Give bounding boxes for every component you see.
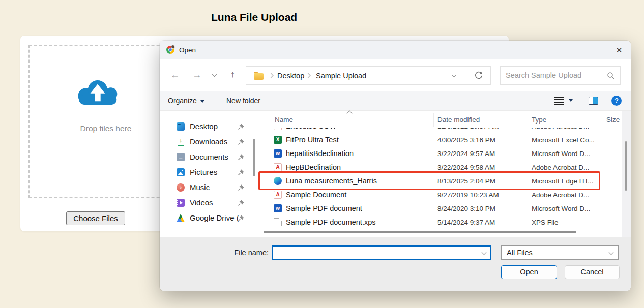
file-type-icon — [274, 204, 282, 212]
file-date-modified: 3/22/2024 9:57 AM — [437, 150, 495, 158]
file-name-input[interactable] — [275, 248, 474, 258]
file-type-icon — [274, 191, 282, 199]
sidebar-item-label: Videos — [190, 198, 213, 207]
file-type: Adobe Acrobat D... — [532, 164, 589, 171]
pin-icon[interactable] — [237, 138, 245, 146]
file-type-icon — [274, 163, 282, 171]
column-header-type[interactable]: Type — [532, 116, 546, 124]
folder-icon — [254, 73, 264, 80]
pin-icon[interactable] — [237, 153, 245, 161]
breadcrumb[interactable]: Desktop Sample Upload — [246, 66, 491, 85]
file-row[interactable]: Sample Document 9/27/2019 10:23 AM Adobe… — [257, 188, 622, 202]
view-dropdown-icon[interactable] — [569, 99, 573, 102]
file-name: Luna measurements_Harris — [286, 177, 377, 185]
search-icon[interactable] — [607, 72, 615, 80]
vertical-scrollbar-thumb[interactable] — [625, 141, 627, 191]
file-name-dropdown-icon[interactable] — [482, 250, 487, 255]
sidebar-item-label: Google Drive ( — [190, 213, 239, 222]
file-date-modified: 8/13/2025 2:04 PM — [437, 177, 495, 185]
pin-icon[interactable] — [237, 168, 245, 176]
column-divider — [433, 113, 434, 127]
dialog-content: Desktop Downloads — [160, 111, 631, 237]
horizontal-scrollbar-thumb[interactable] — [264, 231, 576, 233]
organize-menu[interactable]: Organize — [168, 97, 204, 105]
breadcrumb-separator-icon — [306, 73, 311, 78]
sidebar: Desktop Downloads — [160, 111, 257, 237]
cloud-upload-icon — [72, 75, 121, 108]
column-header-size[interactable]: Size — [606, 116, 620, 124]
column-header-name[interactable]: Name — [275, 116, 293, 124]
sidebar-item[interactable]: Videos — [160, 195, 249, 210]
breadcrumb-current-folder[interactable]: Sample Upload — [316, 72, 366, 80]
sidebar-item[interactable]: Documents — [160, 149, 249, 165]
file-row[interactable]: Executed SOW 12/6/2022 10:37 AM Adobe Ac… — [257, 128, 622, 133]
sidebar-scrollbar[interactable] — [253, 139, 255, 176]
file-list-viewport: Executed SOW 12/6/2022 10:37 AM Adobe Ac… — [257, 128, 622, 231]
file-type-dropdown-icon — [609, 250, 614, 255]
forward-icon[interactable]: → — [192, 70, 201, 79]
open-button[interactable]: Open — [501, 265, 557, 279]
sidebar-folder-icon — [177, 183, 185, 192]
file-date-modified: 12/6/2022 10:37 AM — [437, 128, 499, 130]
file-type-selected-value: All Files — [507, 249, 533, 257]
sidebar-items: Desktop Downloads — [160, 119, 257, 226]
sidebar-item[interactable]: Pictures — [160, 165, 249, 180]
sidebar-item[interactable]: Google Drive ( — [160, 210, 249, 226]
breadcrumb-desktop[interactable]: Desktop — [277, 72, 304, 80]
column-divider — [525, 113, 525, 127]
close-icon[interactable]: ✕ — [613, 45, 625, 56]
open-file-dialog: Open ✕ ← → ↑ Desktop Sample Upload — [160, 41, 631, 291]
dialog-titlebar[interactable]: Open ✕ — [160, 41, 631, 59]
pin-icon[interactable] — [237, 214, 245, 222]
profile-avatar — [171, 45, 175, 49]
up-icon[interactable]: ↑ — [230, 70, 235, 79]
file-row[interactable]: Sample PDF document.xps 5/14/2024 9:37 A… — [257, 215, 622, 229]
search-box — [500, 66, 621, 85]
sidebar-item[interactable]: Desktop — [160, 119, 249, 134]
sidebar-item[interactable]: Downloads — [160, 134, 249, 149]
pin-icon[interactable] — [237, 183, 245, 192]
pin-icon[interactable] — [237, 122, 245, 131]
file-list: Executed SOW 12/6/2022 10:37 AM Adobe Ac… — [257, 128, 622, 229]
choose-files-button[interactable]: Choose Files — [66, 211, 125, 225]
file-list-pane: Name Date modified Type Size Executed SO… — [257, 111, 631, 237]
sidebar-item[interactable]: Music — [160, 180, 249, 195]
view-options-icon[interactable] — [554, 97, 564, 105]
file-name: Sample PDF document — [286, 204, 362, 212]
sidebar-folder-icon — [177, 199, 185, 207]
file-type: Microsoft Excel Co... — [532, 136, 595, 144]
column-divider — [603, 113, 603, 127]
sidebar-folder-icon — [177, 138, 185, 146]
file-row[interactable]: HepBDeclination 3/22/2024 9:58 AM Adobe … — [257, 161, 622, 174]
file-type: Microsoft Word D... — [532, 205, 590, 212]
new-folder-button[interactable]: New folder — [226, 97, 260, 105]
sidebar-item-label: Music — [190, 183, 210, 192]
file-type: XPS File — [532, 219, 559, 226]
back-icon[interactable]: ← — [170, 70, 180, 79]
sidebar-item-label: Pictures — [190, 168, 217, 176]
help-button[interactable]: ? — [611, 96, 622, 106]
file-row[interactable]: FitPro Ultra Test 4/30/2025 3:16 PM Micr… — [257, 133, 622, 147]
sidebar-folder-icon — [177, 168, 185, 176]
column-header-date-modified[interactable]: Date modified — [437, 116, 480, 124]
search-input[interactable] — [506, 70, 602, 81]
file-row[interactable]: Sample PDF document 8/24/2020 3:10 PM Mi… — [257, 202, 622, 215]
preview-pane-icon[interactable] — [589, 97, 598, 105]
file-name: FitPro Ultra Test — [286, 136, 339, 144]
navigation-bar: ← → ↑ Desktop Sample Upload — [160, 59, 631, 91]
file-type: Adobe Acrobat D... — [532, 128, 589, 130]
refresh-icon[interactable] — [474, 71, 483, 80]
sort-ascending-icon — [346, 110, 352, 116]
file-row[interactable]: hepatitisBdeclination 3/22/2024 9:57 AM … — [257, 147, 622, 161]
sidebar-folder-icon — [177, 214, 185, 222]
file-row[interactable]: Luna measurements_Harris 8/13/2025 2:04 … — [257, 174, 622, 188]
address-dropdown-icon[interactable] — [452, 73, 457, 78]
pin-icon[interactable] — [237, 199, 245, 207]
recent-locations-icon[interactable] — [212, 72, 217, 77]
file-type-select[interactable]: All Files — [501, 245, 619, 260]
file-name: Sample Document — [286, 191, 346, 199]
file-date-modified: 9/27/2019 10:23 AM — [437, 191, 499, 199]
cancel-button[interactable]: Cancel — [565, 265, 620, 279]
file-date-modified: 4/30/2025 3:16 PM — [437, 136, 495, 144]
dialog-title: Open — [179, 46, 196, 54]
